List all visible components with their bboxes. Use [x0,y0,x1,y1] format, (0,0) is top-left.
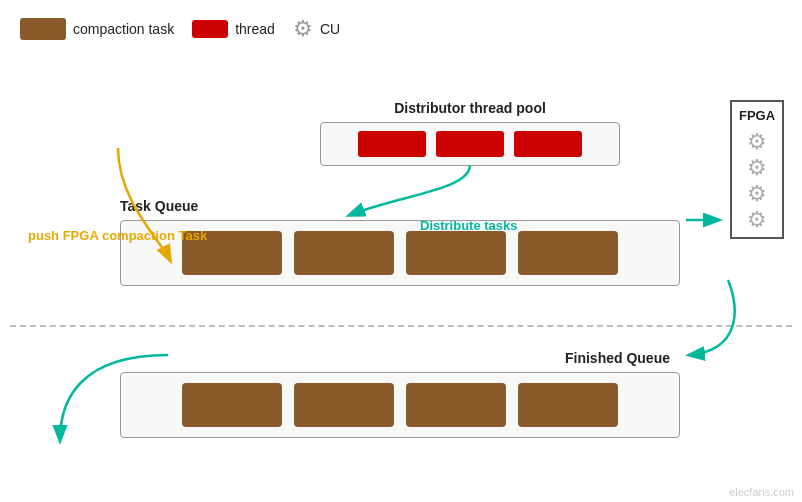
legend-compaction: compaction task [20,18,174,40]
legend-thread-label: thread [235,21,275,37]
distributor-pool: Distributor thread pool [320,100,620,166]
fpga-gear-3: ⚙ [747,183,767,205]
fpga-gear-4: ⚙ [747,209,767,231]
legend-red-box [192,20,228,38]
thread-pool-box [320,122,620,166]
fpga-box: FPGA ⚙ ⚙ ⚙ ⚙ [730,100,784,239]
push-label: push FPGA compaction Task [28,228,207,243]
finished-queue-box [120,372,680,438]
task-queue-label: Task Queue [120,198,680,214]
finished-block-2 [294,383,394,427]
legend-cu: ⚙ CU [293,16,340,42]
legend-thread: thread [192,20,275,38]
thread-block-3 [514,131,582,157]
thread-block-2 [436,131,504,157]
legend-gear-icon: ⚙ [293,16,313,42]
task-block-2 [294,231,394,275]
legend-compaction-label: compaction task [73,21,174,37]
dashed-divider [10,325,792,327]
fpga-gear-1: ⚙ [747,131,767,153]
legend: compaction task thread ⚙ CU [20,16,340,42]
fpga-label: FPGA [739,108,775,123]
finished-queue-section: Finished Queue [120,350,680,438]
legend-cu-label: CU [320,21,340,37]
fpga-gear-2: ⚙ [747,157,767,179]
thread-block-1 [358,131,426,157]
distribute-label: Distribute tasks [420,218,518,233]
watermark: elecfans.com [729,486,794,498]
finished-queue-label: Finished Queue [120,350,680,366]
finished-block-4 [518,383,618,427]
distributor-label: Distributor thread pool [320,100,620,116]
legend-brown-box [20,18,66,40]
task-block-4 [518,231,618,275]
finished-block-3 [406,383,506,427]
finished-block-1 [182,383,282,427]
diagram: FPGA ⚙ ⚙ ⚙ ⚙ Distributor thread pool Tas… [0,80,802,472]
task-block-3 [406,231,506,275]
